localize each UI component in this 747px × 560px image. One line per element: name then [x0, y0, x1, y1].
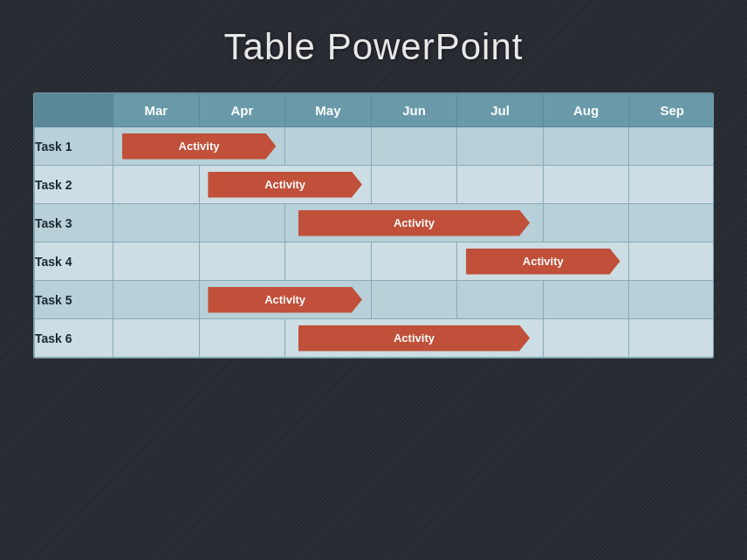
task-label: Task 2	[35, 166, 113, 204]
task-label: Task 6	[35, 319, 113, 358]
empty-cell	[457, 166, 544, 204]
col-header-apr: Apr	[199, 94, 285, 127]
empty-cell	[371, 242, 457, 281]
empty-cell	[629, 281, 714, 319]
empty-cell	[285, 242, 372, 281]
table-row: Task 3Activity	[35, 204, 715, 242]
empty-cell	[629, 166, 714, 204]
table-row: Task 6Activity	[35, 319, 715, 358]
empty-cell	[457, 127, 544, 166]
empty-cell	[371, 281, 457, 319]
activity-cell: Activity	[285, 204, 544, 242]
table-row: Task 4Activity	[35, 242, 715, 281]
activity-cell: Activity	[285, 319, 544, 358]
table-row: Task 1Activity	[35, 127, 715, 166]
empty-cell	[543, 281, 629, 319]
empty-cell	[113, 281, 200, 319]
activity-bar: Activity	[298, 325, 530, 352]
empty-cell	[113, 204, 200, 242]
task-label: Task 3	[35, 204, 113, 242]
empty-cell	[629, 127, 714, 166]
empty-cell	[543, 319, 629, 358]
col-header-mar: Mar	[113, 94, 200, 127]
empty-cell	[199, 319, 285, 358]
empty-cell	[371, 127, 457, 166]
gantt-table: Mar Apr May Jun Jul Aug Sep Task 1Activi…	[34, 93, 714, 358]
activity-bar: Activity	[122, 133, 277, 160]
empty-cell	[113, 242, 200, 281]
empty-cell	[285, 127, 372, 166]
empty-cell	[629, 204, 714, 242]
col-header-jul: Jul	[457, 94, 544, 127]
activity-cell: Activity	[113, 127, 285, 166]
gantt-container: Mar Apr May Jun Jul Aug Sep Task 1Activi…	[33, 92, 714, 359]
empty-cell	[629, 242, 714, 281]
table-row: Task 2Activity	[35, 166, 715, 204]
activity-bar: Activity	[298, 210, 530, 236]
empty-cell	[543, 127, 629, 166]
task-label: Task 1	[35, 127, 113, 166]
col-header-label	[35, 94, 113, 127]
empty-cell	[113, 319, 200, 358]
task-label: Task 4	[35, 242, 113, 281]
table-row: Task 5Activity	[35, 281, 715, 319]
empty-cell	[543, 166, 629, 204]
activity-cell: Activity	[199, 281, 371, 319]
activity-bar: Activity	[208, 287, 362, 313]
activity-cell: Activity	[199, 166, 371, 204]
empty-cell	[199, 204, 285, 242]
page-title: Table PowerPoint	[35, 26, 712, 68]
col-header-jun: Jun	[371, 94, 457, 127]
col-header-sep: Sep	[629, 94, 714, 127]
empty-cell	[543, 204, 629, 242]
header-row: Mar Apr May Jun Jul Aug Sep	[35, 94, 715, 127]
col-header-may: May	[285, 94, 372, 127]
empty-cell	[629, 319, 714, 358]
activity-cell: Activity	[457, 242, 629, 281]
col-header-aug: Aug	[543, 94, 629, 127]
empty-cell	[113, 166, 200, 204]
empty-cell	[199, 242, 285, 281]
activity-bar: Activity	[466, 249, 620, 275]
task-label: Task 5	[35, 281, 113, 319]
empty-cell	[457, 281, 544, 319]
empty-cell	[371, 166, 457, 204]
activity-bar: Activity	[208, 172, 362, 198]
